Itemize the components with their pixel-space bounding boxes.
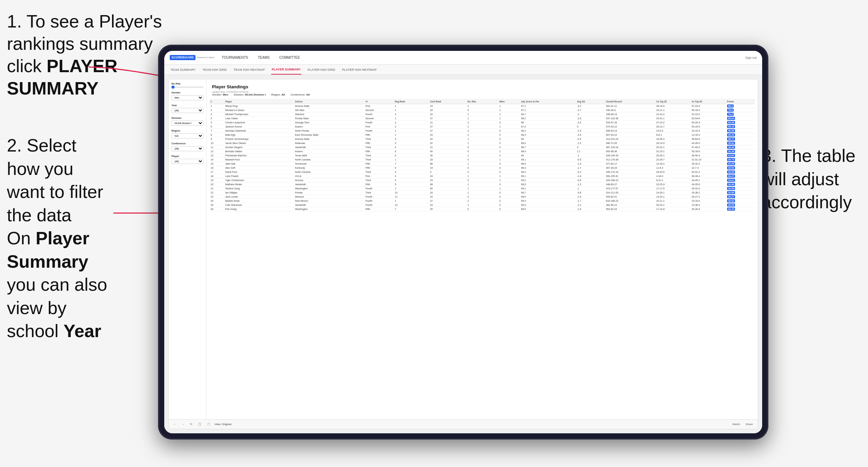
sidebar-filters: No Rds. Gender Men Year bbox=[169, 79, 207, 419]
content-area: No Rds. Gender Men Year bbox=[164, 75, 762, 433]
inner-panel: No Rds. Gender Men Year bbox=[168, 79, 758, 429]
panel-body: No Rds. Gender Men Year bbox=[169, 79, 758, 419]
table-row[interactable]: 21 Tashiun Song Washington Fourth 1 69 1… bbox=[209, 187, 755, 191]
nav-right: Sign out bbox=[745, 56, 757, 59]
year-label: Year bbox=[171, 104, 203, 107]
nav-committee[interactable]: COMMITTEE bbox=[279, 56, 301, 59]
bottom-toolbar: ← → ↻ 📋 🕐 View: Original Watch Share bbox=[169, 419, 758, 429]
toolbar-clock[interactable]: 🕐 bbox=[205, 422, 212, 426]
logo-area: SCOREBOARD Powered by clipp'd bbox=[170, 55, 214, 60]
subnav-team-h2h-grid[interactable]: TEAM H2H GRID bbox=[202, 65, 227, 75]
filter-gender: Gender: Men bbox=[212, 93, 228, 96]
table-row[interactable]: 24 Bastien Amat New Mexico Fourth 1 27 2… bbox=[209, 199, 755, 203]
table-row[interactable]: 16 Alex Goff Kentucky Fifth 9 19 0 0 68.… bbox=[209, 166, 755, 170]
subnav-team-h2h-heatmap[interactable]: TEAM H2H HEATMAP bbox=[233, 65, 266, 75]
panel-header: Player Standings Update time: 27/03/2024… bbox=[209, 82, 755, 99]
view-label: View: Original bbox=[214, 423, 231, 426]
table-row[interactable]: 20 Matthew Riedel Vanderbilt Fifth 5 68 … bbox=[209, 182, 755, 187]
logo-subtitle: Powered by clipp'd bbox=[197, 56, 214, 58]
table-row[interactable]: 23 Jack Lundin Missouri Fourth 11 24 0 0… bbox=[209, 195, 755, 199]
logo: SCOREBOARD bbox=[170, 55, 196, 60]
table-row[interactable]: 9 Preston Summerhays Arizona State Third… bbox=[209, 137, 755, 141]
filter-division: Division: NCAA Division I bbox=[234, 93, 266, 96]
table-row[interactable]: 2 Michael Le Sasso Ole Miss Second 1 18 … bbox=[209, 108, 755, 112]
player-label: Player bbox=[171, 155, 203, 158]
col-no-rds: No. Rds. bbox=[466, 99, 498, 104]
table-row[interactable]: 13 Phichaisak Maichon Texas A&M Third 6 … bbox=[209, 154, 755, 158]
region-section: Region N/A bbox=[171, 129, 203, 138]
col-points: Points bbox=[726, 99, 755, 104]
sign-out-link[interactable]: Sign out bbox=[745, 56, 757, 59]
standings-table: # Player School Yr Reg Rank Conf Rank No… bbox=[209, 99, 755, 211]
table-row[interactable]: 15 Jake Hall Tennessee Fifth 7 88 1 0 68… bbox=[209, 162, 755, 166]
col-top50: Vs Top 50 bbox=[690, 99, 726, 104]
table-area: Player Standings Update time: 27/03/2024… bbox=[207, 79, 758, 419]
table-row[interactable]: 4 Luke Claton Florida State Second 1 27 … bbox=[209, 116, 755, 121]
subnav-player-h2h-heatmap[interactable]: PLAYER H2H HEATMAP bbox=[341, 65, 377, 75]
region-select[interactable]: N/A bbox=[171, 133, 203, 138]
nav-items: TOURNAMENTS TEAMS COMMITTEE bbox=[221, 56, 745, 59]
step2-text: 2. Select how you want to filter the dat… bbox=[7, 135, 103, 225]
year-section: Year (All) bbox=[171, 104, 203, 113]
filter-conference: Conference: All bbox=[290, 93, 310, 96]
year-select[interactable]: (All) bbox=[171, 108, 203, 113]
player-select[interactable]: (All) bbox=[171, 159, 203, 164]
toolbar-forward[interactable]: → bbox=[180, 422, 186, 426]
step3-annotation: 3. The table will adjust accordingly bbox=[761, 144, 858, 214]
filter-row: Gender: Men Division: NCAA Division I Re… bbox=[212, 93, 752, 96]
gender-select[interactable]: Men bbox=[171, 95, 203, 100]
table-row[interactable]: 6 Jackson Koivun Auburn First 2 27 1 1 6… bbox=[209, 125, 755, 129]
gender-section: Gender Men bbox=[171, 91, 203, 100]
watch-btn[interactable]: Watch bbox=[731, 422, 741, 426]
sub-nav: TEAM SUMMARY TEAM H2H GRID TEAM H2H HEAT… bbox=[164, 65, 762, 75]
tablet-screen: SCOREBOARD Powered by clipp'd TOURNAMENT… bbox=[164, 51, 762, 433]
subnav-team-summary[interactable]: TEAM SUMMARY bbox=[170, 65, 196, 75]
toolbar-refresh[interactable]: ↻ bbox=[189, 422, 194, 426]
filter-region: Region: All bbox=[271, 93, 285, 96]
table-row[interactable]: 12 Brendan Valdes Auburn Fifth 4 40 0 1 … bbox=[209, 149, 755, 154]
table-row[interactable]: 3 Michael Thorbjornsen Stanford Fourth 2… bbox=[209, 112, 755, 116]
division-label: Division bbox=[171, 116, 203, 120]
toolbar-back[interactable]: ← bbox=[172, 422, 178, 426]
step2-annotation: 2. Select how you want to filter the dat… bbox=[7, 134, 113, 227]
division-select[interactable]: NCAA Division I bbox=[171, 121, 203, 126]
subnav-player-h2h-grid[interactable]: PLAYER H2H GRID bbox=[307, 65, 336, 75]
conference-section: Conference (All) bbox=[171, 142, 203, 151]
subnav-player-summary[interactable]: PLAYER SUMMARY bbox=[271, 65, 301, 75]
table-row[interactable]: 19 Tiger Christensen Arizona Third 5 23 … bbox=[209, 178, 755, 182]
col-yr: Yr bbox=[364, 99, 393, 104]
bottom-bold2: Year bbox=[64, 321, 101, 341]
table-row[interactable]: 10 Jacob Skov Olesen Arkansas Fifth 3 22… bbox=[209, 141, 755, 145]
table-row[interactable]: 11 Gordon Sargent Vanderbilt Third 4 21 … bbox=[209, 145, 755, 149]
conference-select[interactable]: (All) bbox=[171, 146, 203, 151]
bottom-annotation: On Player Summary you can also view by s… bbox=[7, 227, 113, 343]
conference-label: Conference bbox=[171, 142, 203, 145]
nav-tournaments[interactable]: TOURNAMENTS bbox=[221, 56, 249, 59]
nav-teams[interactable]: TEAMS bbox=[257, 56, 270, 59]
table-row[interactable]: 26 Petr Hruby Washington Fifth 7 25 0 0 … bbox=[209, 207, 755, 211]
table-row[interactable]: 25 Cole Sherwood Vanderbilt Fourth 12 23… bbox=[209, 203, 755, 207]
table-row[interactable]: 17 David Ford North Carolina Third 9 0 0… bbox=[209, 170, 755, 174]
table-row[interactable]: 5 Christo Lamprecht Georgia Tech Fourth … bbox=[209, 121, 755, 125]
no-rds-slider[interactable] bbox=[171, 87, 203, 88]
table-row[interactable]: 7 Nicholas Gabrielcik North Florida Four… bbox=[209, 129, 755, 133]
col-school: School bbox=[294, 99, 364, 104]
table-row[interactable]: 8 Mats Ege East Tennessee State Fifth 1 … bbox=[209, 133, 755, 137]
gender-label: Gender bbox=[171, 91, 203, 94]
col-overall: Overall Record bbox=[605, 99, 655, 104]
update-time: Update time: 27/03/2024 16:56:26 bbox=[212, 91, 752, 93]
no-rds-label: No Rds. bbox=[171, 82, 203, 85]
table-row[interactable]: 14 Maxwell Ford North Carolina Third 1 2… bbox=[209, 158, 755, 162]
division-section: Division NCAA Division I bbox=[171, 116, 203, 126]
bottom-prefix: On bbox=[7, 228, 36, 248]
top-nav: SCOREBOARD Powered by clipp'd TOURNAMENT… bbox=[164, 51, 762, 65]
table-row[interactable]: 1 Wenyi Ding Arizona State First 1 15 1 … bbox=[209, 104, 755, 108]
table-row[interactable]: 18 Luke Powell UCLA First 4 24 1 1 69.1 … bbox=[209, 174, 755, 178]
region-label: Region bbox=[171, 129, 203, 132]
toolbar-copy[interactable]: 📋 bbox=[197, 422, 203, 426]
tablet-device: SCOREBOARD Powered by clipp'd TOURNAMENT… bbox=[158, 45, 768, 440]
table-row[interactable]: 22 Ian Gilligan Florida Third 10 24 1 0 … bbox=[209, 191, 755, 195]
share-btn[interactable]: Share bbox=[744, 422, 754, 426]
step3-text: 3. The table will adjust accordingly bbox=[761, 146, 856, 212]
col-top25: Vs Top 25 bbox=[655, 99, 690, 104]
